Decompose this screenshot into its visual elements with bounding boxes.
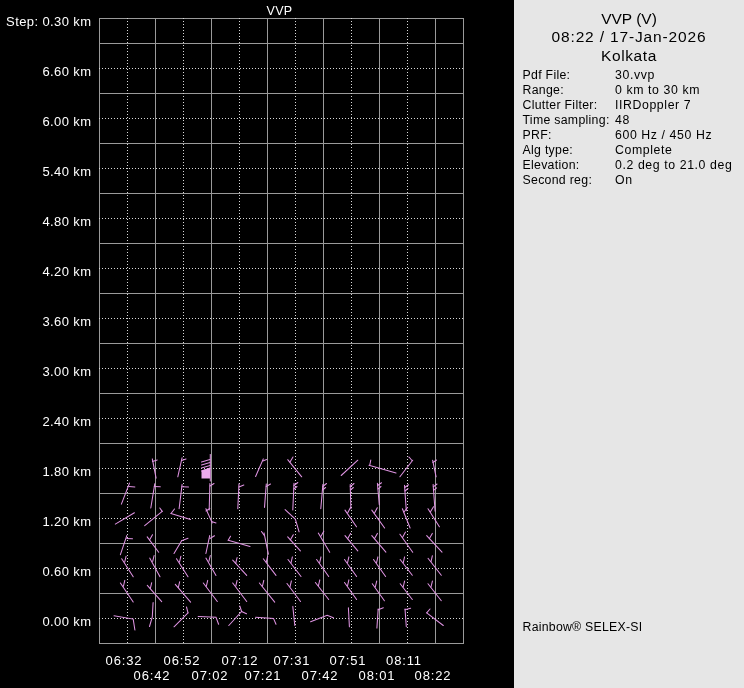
svg-text:VVP: VVP bbox=[267, 4, 293, 18]
svg-text:Kolkata: Kolkata bbox=[601, 47, 657, 64]
svg-text:3.60 km: 3.60 km bbox=[42, 314, 91, 329]
svg-text:600 Hz / 450 Hz: 600 Hz / 450 Hz bbox=[615, 128, 712, 142]
svg-text:Rainbow® SELEX-SI: Rainbow® SELEX-SI bbox=[523, 620, 643, 634]
svg-text:1.80 km: 1.80 km bbox=[42, 464, 91, 479]
svg-text:08:11: 08:11 bbox=[386, 653, 422, 668]
svg-text:Pdf File:: Pdf File: bbox=[523, 68, 571, 82]
svg-text:On: On bbox=[615, 173, 633, 187]
svg-text:06:42: 06:42 bbox=[134, 668, 171, 683]
svg-text:IIRDoppler 7: IIRDoppler 7 bbox=[615, 98, 691, 112]
svg-text:4.80 km: 4.80 km bbox=[42, 214, 91, 229]
svg-text:Second reg:: Second reg: bbox=[523, 173, 593, 187]
svg-text:0.60 km: 0.60 km bbox=[42, 564, 91, 579]
svg-text:07:21: 07:21 bbox=[245, 668, 282, 683]
svg-text:4.20 km: 4.20 km bbox=[42, 264, 91, 279]
svg-text:30.vvp: 30.vvp bbox=[615, 68, 655, 82]
svg-text:6.00 km: 6.00 km bbox=[42, 114, 91, 129]
svg-text:07:31: 07:31 bbox=[274, 653, 311, 668]
svg-text:07:42: 07:42 bbox=[302, 668, 339, 683]
svg-text:08:22: 08:22 bbox=[415, 668, 452, 683]
svg-text:0.2 deg to 21.0 deg: 0.2 deg to 21.0 deg bbox=[615, 158, 732, 172]
svg-text:5.40 km: 5.40 km bbox=[42, 164, 91, 179]
svg-text:Time sampling:: Time sampling: bbox=[523, 113, 610, 127]
svg-text:0.00 km: 0.00 km bbox=[42, 614, 91, 629]
svg-text:07:12: 07:12 bbox=[222, 653, 259, 668]
svg-text:3.00 km: 3.00 km bbox=[42, 364, 91, 379]
svg-text:08:01: 08:01 bbox=[359, 668, 396, 683]
svg-text:Step: 0.30 km: Step: 0.30 km bbox=[6, 14, 91, 29]
svg-text:Elevation:: Elevation: bbox=[523, 158, 580, 172]
svg-text:Alg type:: Alg type: bbox=[523, 143, 574, 157]
svg-text:VVP (V): VVP (V) bbox=[601, 10, 657, 27]
svg-text:Clutter Filter:: Clutter Filter: bbox=[523, 98, 598, 112]
svg-text:07:02: 07:02 bbox=[192, 668, 229, 683]
svg-text:07:51: 07:51 bbox=[330, 653, 367, 668]
svg-text:0 km to 30 km: 0 km to 30 km bbox=[615, 83, 700, 97]
svg-text:06:32: 06:32 bbox=[106, 653, 143, 668]
svg-text:08:22 / 17-Jan-2026: 08:22 / 17-Jan-2026 bbox=[552, 28, 707, 45]
svg-text:1.20 km: 1.20 km bbox=[42, 514, 91, 529]
svg-text:06:52: 06:52 bbox=[164, 653, 201, 668]
svg-text:48: 48 bbox=[615, 113, 630, 127]
svg-text:2.40 km: 2.40 km bbox=[42, 414, 91, 429]
svg-text:Complete: Complete bbox=[615, 143, 672, 157]
svg-text:Range:: Range: bbox=[523, 83, 564, 97]
svg-text:6.60 km: 6.60 km bbox=[42, 64, 91, 79]
svg-text:PRF:: PRF: bbox=[523, 128, 552, 142]
